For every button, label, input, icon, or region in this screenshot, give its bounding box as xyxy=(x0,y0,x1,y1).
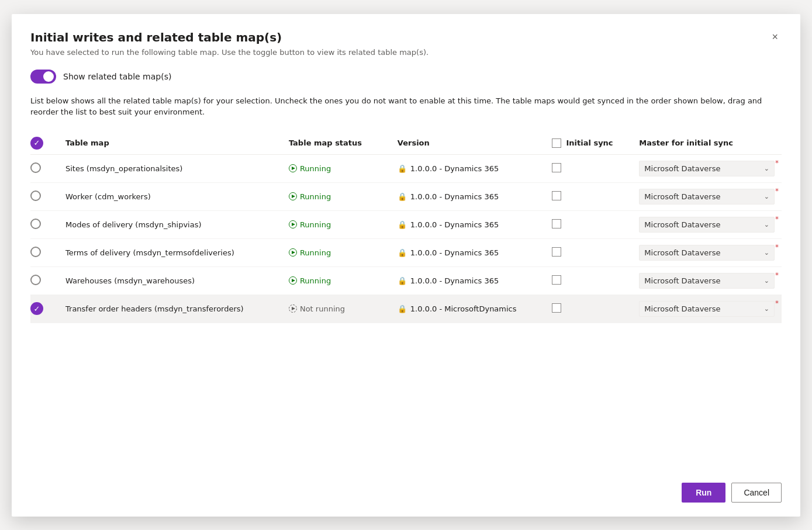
row-checkbox-unchecked[interactable] xyxy=(30,219,41,229)
row-checkbox-unchecked[interactable] xyxy=(30,247,41,257)
row-master: Microsoft Dataverse ⌄ * xyxy=(632,210,782,238)
close-button[interactable]: × xyxy=(768,30,782,43)
row-master: Microsoft Dataverse ⌄ * xyxy=(632,182,782,210)
row-select-cell xyxy=(30,238,58,266)
chevron-down-icon: ⌄ xyxy=(764,249,769,257)
chevron-down-icon: ⌄ xyxy=(764,165,769,172)
required-asterisk: * xyxy=(775,299,779,307)
row-checkbox-checked[interactable] xyxy=(30,302,43,315)
master-dropdown[interactable]: Microsoft Dataverse ⌄ * xyxy=(639,273,775,289)
master-dropdown[interactable]: Microsoft Dataverse ⌄ * xyxy=(639,217,775,233)
dialog-footer: Run Cancel xyxy=(30,473,782,503)
lock-icon: 🔒 xyxy=(398,220,407,229)
row-master: Microsoft Dataverse ⌄ * xyxy=(632,295,782,323)
initial-sync-checkbox[interactable] xyxy=(552,191,561,200)
col-header-master: Master for initial sync xyxy=(632,132,782,155)
dialog-subtitle: You have selected to run the following t… xyxy=(30,48,782,57)
lock-icon: 🔒 xyxy=(398,192,407,201)
svg-marker-1 xyxy=(292,167,295,170)
row-table-map-name: Terms of delivery (msdyn_termsofdeliveri… xyxy=(58,238,282,266)
row-select-cell xyxy=(30,295,58,323)
version-text: 1.0.0.0 - Dynamics 365 xyxy=(410,276,499,285)
col-header-initialsync: Initial sync xyxy=(545,132,632,155)
row-version: 🔒1.0.0.0 - Dynamics 365 xyxy=(391,210,545,238)
table: Table map Table map status Version Initi… xyxy=(30,132,782,323)
initial-sync-checkbox[interactable] xyxy=(552,163,561,172)
row-initial-sync xyxy=(545,238,632,266)
row-status: Running xyxy=(282,266,391,295)
row-table-map-name: Modes of delivery (msdyn_shipvias) xyxy=(58,210,282,238)
master-dropdown[interactable]: Microsoft Dataverse ⌄ * xyxy=(639,189,775,205)
master-dropdown-value: Microsoft Dataverse xyxy=(644,164,720,173)
svg-marker-11 xyxy=(292,307,295,310)
row-table-map-name: Worker (cdm_workers) xyxy=(58,182,282,210)
svg-marker-9 xyxy=(292,279,295,282)
header-select-all xyxy=(30,132,58,155)
row-select-cell xyxy=(30,182,58,210)
initial-sync-checkbox[interactable] xyxy=(552,247,561,257)
row-checkbox-unchecked[interactable] xyxy=(30,162,41,173)
row-checkbox-unchecked[interactable] xyxy=(30,190,41,201)
chevron-down-icon: ⌄ xyxy=(764,305,769,313)
lock-icon: 🔒 xyxy=(398,276,407,285)
toggle-row: Show related table map(s) xyxy=(30,70,782,84)
table-body: Sites (msdyn_operationalsites)Running🔒1.… xyxy=(30,154,782,323)
master-dropdown-value: Microsoft Dataverse xyxy=(644,276,720,285)
master-dropdown[interactable]: Microsoft Dataverse ⌄ * xyxy=(639,161,775,176)
master-dropdown[interactable]: Microsoft Dataverse ⌄ * xyxy=(639,245,775,261)
initial-sync-checkbox[interactable] xyxy=(552,219,561,228)
row-status: Running xyxy=(282,182,391,210)
row-initial-sync xyxy=(545,266,632,295)
show-related-toggle[interactable] xyxy=(30,70,56,84)
dialog: Initial writes and related table map(s) … xyxy=(12,14,800,517)
table-header-row: Table map Table map status Version Initi… xyxy=(30,132,782,155)
master-dropdown-value: Microsoft Dataverse xyxy=(644,192,720,201)
master-dropdown-value: Microsoft Dataverse xyxy=(644,220,720,229)
version-text: 1.0.0.0 - Dynamics 365 xyxy=(410,248,499,257)
chevron-down-icon: ⌄ xyxy=(764,277,769,285)
row-select-cell xyxy=(30,154,58,182)
row-version: 🔒1.0.0.0 - Dynamics 365 xyxy=(391,238,545,266)
row-table-map-name: Warehouses (msdyn_warehouses) xyxy=(58,266,282,295)
cancel-button[interactable]: Cancel xyxy=(731,483,782,503)
version-text: 1.0.0.0 - Dynamics 365 xyxy=(410,164,499,173)
lock-icon: 🔒 xyxy=(398,304,407,313)
version-text: 1.0.0.0 - MicrosoftDynamics xyxy=(410,304,517,313)
row-initial-sync xyxy=(545,154,632,182)
table-row: Sites (msdyn_operationalsites)Running🔒1.… xyxy=(30,154,782,182)
initial-sync-checkbox[interactable] xyxy=(552,275,561,285)
row-master: Microsoft Dataverse ⌄ * xyxy=(632,238,782,266)
row-initial-sync xyxy=(545,210,632,238)
required-asterisk: * xyxy=(775,271,779,279)
table-row: Modes of delivery (msdyn_shipvias)Runnin… xyxy=(30,210,782,238)
toggle-label: Show related table map(s) xyxy=(63,72,171,81)
master-dropdown-value: Microsoft Dataverse xyxy=(644,304,720,313)
initial-sync-header-checkbox[interactable] xyxy=(552,138,561,148)
row-initial-sync xyxy=(545,295,632,323)
row-version: 🔒1.0.0.0 - Dynamics 365 xyxy=(391,266,545,295)
select-all-checkbox[interactable] xyxy=(30,137,43,150)
row-status: Running xyxy=(282,154,391,182)
row-version: 🔒1.0.0.0 - MicrosoftDynamics xyxy=(391,295,545,323)
dialog-title: Initial writes and related table map(s) xyxy=(30,30,282,44)
row-checkbox-unchecked[interactable] xyxy=(30,275,41,285)
table-row: Warehouses (msdyn_warehouses)Running🔒1.0… xyxy=(30,266,782,295)
lock-icon: 🔒 xyxy=(398,164,407,173)
master-dropdown-value: Microsoft Dataverse xyxy=(644,248,720,257)
chevron-down-icon: ⌄ xyxy=(764,221,769,228)
required-asterisk: * xyxy=(775,243,779,251)
row-status: Not running xyxy=(282,295,391,323)
row-master: Microsoft Dataverse ⌄ * xyxy=(632,266,782,295)
svg-marker-5 xyxy=(292,223,295,226)
lock-icon: 🔒 xyxy=(398,248,407,257)
required-asterisk: * xyxy=(775,215,779,223)
run-button[interactable]: Run xyxy=(682,483,725,503)
table-row: Terms of delivery (msdyn_termsofdeliveri… xyxy=(30,238,782,266)
table-row: Worker (cdm_workers)Running🔒1.0.0.0 - Dy… xyxy=(30,182,782,210)
col-header-status: Table map status xyxy=(282,132,391,155)
master-dropdown[interactable]: Microsoft Dataverse ⌄ * xyxy=(639,301,775,317)
dialog-header: Initial writes and related table map(s) … xyxy=(30,30,782,44)
initial-sync-checkbox[interactable] xyxy=(552,303,561,313)
col-header-tablemap: Table map xyxy=(58,132,282,155)
row-status: Running xyxy=(282,210,391,238)
